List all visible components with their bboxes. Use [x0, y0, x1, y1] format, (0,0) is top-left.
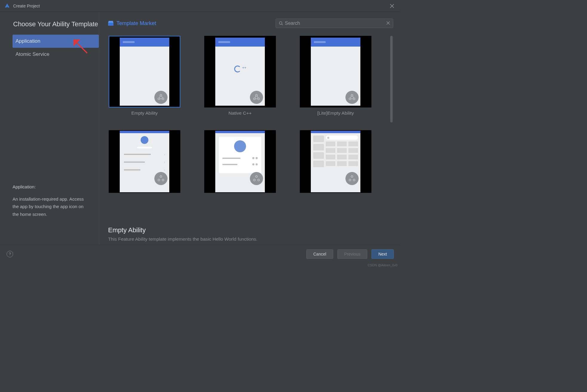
svg-point-24: [256, 176, 257, 177]
page-title: Choose Your Ability Template: [13, 20, 99, 28]
left-panel: Choose Your Ability Template Application…: [0, 12, 99, 245]
sidebar-help: Application: An installation-required ap…: [13, 184, 99, 239]
sidebar-item-application[interactable]: Application: [13, 35, 99, 48]
svg-point-4: [158, 98, 160, 100]
svg-point-28: [349, 179, 351, 181]
share-icon: [154, 172, 168, 185]
template-label: [Lite]Empty Ability: [317, 110, 354, 116]
svg-line-13: [257, 96, 258, 98]
right-header: Template Market: [108, 19, 393, 28]
template-empty-ability[interactable]: Empty Ability: [109, 36, 180, 116]
svg-point-27: [351, 176, 353, 177]
next-button[interactable]: Next: [371, 249, 394, 259]
watermark: CSDN @Aileen_0v0: [368, 263, 397, 267]
template-grid[interactable]: [300, 130, 371, 193]
help-icon[interactable]: ?: [7, 251, 13, 257]
svg-line-18: [351, 96, 351, 98]
share-icon: [345, 172, 359, 185]
template-lite-empty-ability[interactable]: [Lite]Empty Ability: [300, 36, 371, 116]
template-profile[interactable]: › › ›: [109, 130, 180, 193]
window-title: Create Project: [13, 4, 40, 8]
template-native-cpp[interactable]: ++ Native C++: [204, 36, 276, 116]
share-icon: [250, 172, 263, 185]
sidebar-item-atomic-service[interactable]: Atomic Service: [13, 48, 99, 61]
template-label: Native C++: [228, 110, 252, 116]
search-icon: [279, 21, 283, 25]
search-box[interactable]: [276, 19, 393, 28]
detail-desc: This Feature Ability template implements…: [108, 236, 393, 242]
cancel-button[interactable]: Cancel: [306, 249, 333, 259]
titlebar: Create Project: [0, 0, 400, 12]
templates-grid: Empty Ability ++: [108, 36, 393, 193]
sidebar-item-label: Application: [16, 38, 40, 44]
cpp-icon: ++: [234, 65, 246, 73]
clear-search-icon[interactable]: [386, 21, 390, 26]
svg-point-11: [258, 98, 259, 100]
main-area: Choose Your Ability Template Application…: [0, 12, 400, 245]
template-market-link[interactable]: Template Market: [116, 20, 156, 27]
share-icon: [154, 91, 168, 104]
sidebar-help-desc: An installation-required app. Access the…: [13, 195, 90, 218]
svg-line-19: [353, 96, 354, 98]
svg-point-17: [353, 98, 355, 100]
template-detail: Empty Ability This Feature Ability templ…: [108, 220, 393, 245]
svg-line-2: [282, 24, 283, 25]
svg-point-16: [349, 98, 351, 100]
sidebar-item-label: Atomic Service: [16, 51, 49, 57]
svg-rect-0: [108, 23, 113, 26]
share-icon: [250, 91, 263, 104]
app-logo-icon: [4, 3, 10, 9]
svg-point-23: [162, 179, 164, 181]
scrollbar[interactable]: [390, 36, 393, 122]
svg-point-22: [158, 179, 160, 181]
previous-button[interactable]: Previous: [337, 249, 367, 259]
svg-line-6: [159, 96, 160, 98]
share-icon: [345, 91, 359, 104]
svg-point-25: [253, 179, 255, 181]
svg-point-26: [258, 179, 259, 181]
svg-point-5: [162, 98, 164, 100]
sidebar-help-title: Application:: [13, 184, 90, 189]
svg-point-29: [353, 179, 355, 181]
svg-point-1: [279, 22, 282, 24]
search-input[interactable]: [285, 21, 386, 26]
svg-point-10: [253, 98, 255, 100]
svg-line-7: [162, 96, 162, 98]
close-icon[interactable]: [388, 2, 396, 10]
footer: ? Cancel Previous Next: [0, 245, 400, 263]
svg-point-21: [160, 176, 162, 177]
market-icon: [108, 21, 113, 26]
template-label: Empty Ability: [131, 110, 158, 116]
template-list[interactable]: [204, 130, 276, 193]
right-panel: Template Market: [99, 12, 400, 245]
templates-area: Empty Ability ++: [108, 36, 393, 220]
svg-line-12: [255, 96, 256, 98]
detail-title: Empty Ability: [108, 226, 393, 234]
